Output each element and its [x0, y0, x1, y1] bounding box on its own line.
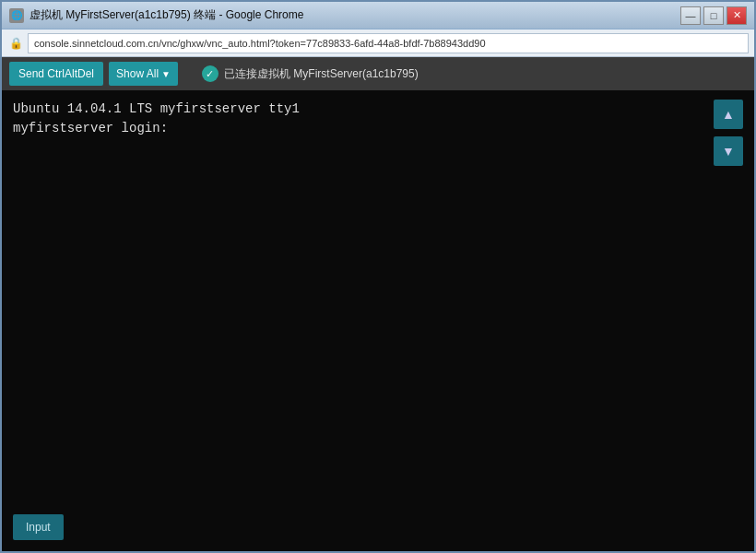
terminal-output: Ubuntu 14.04.1 LTS myfirstserver tty1 my… — [2, 90, 754, 147]
terminal-area[interactable]: Ubuntu 14.04.1 LTS myfirstserver tty1 my… — [2, 90, 754, 551]
terminal-line-1: Ubuntu 14.04.1 LTS myfirstserver tty1 — [13, 100, 743, 119]
scroll-up-button[interactable]: ▲ — [714, 100, 743, 129]
connection-status: ✓ 已连接虚拟机 MyFirstServer(a1c1b795) — [202, 65, 419, 82]
browser-window: 🌐 虚拟机 MyFirstServer(a1c1b795) 终端 - Googl… — [0, 0, 756, 553]
maximize-button[interactable]: □ — [703, 6, 724, 25]
address-bar: 🔒 — [2, 29, 754, 57]
show-all-label: Show All — [116, 67, 159, 80]
show-all-button[interactable]: Show All ▼ — [109, 62, 178, 86]
vnc-toolbar: Send CtrlAltDel Show All ▼ ✓ 已连接虚拟机 MyFi… — [2, 57, 754, 90]
lock-icon: 🔒 — [7, 35, 24, 52]
browser-icon: 🌐 — [9, 8, 24, 23]
url-input[interactable] — [28, 33, 749, 53]
show-all-arrow-icon: ▼ — [161, 69, 171, 79]
terminal-line-2: myfirstserver login: — [13, 119, 743, 138]
titlebar: 🌐 虚拟机 MyFirstServer(a1c1b795) 终端 - Googl… — [2, 2, 754, 29]
close-button[interactable]: ✕ — [726, 6, 747, 25]
input-button[interactable]: Input — [13, 514, 64, 540]
minimize-button[interactable]: — — [680, 6, 701, 25]
scroll-down-button[interactable]: ▼ — [714, 136, 743, 166]
window-title: 虚拟机 MyFirstServer(a1c1b795) 终端 - Google … — [30, 7, 680, 23]
window-controls: — □ ✕ — [680, 6, 747, 25]
send-ctrlaltdel-button[interactable]: Send CtrlAltDel — [9, 62, 103, 86]
connected-check-icon: ✓ — [202, 65, 219, 82]
status-text: 已连接虚拟机 MyFirstServer(a1c1b795) — [224, 66, 419, 82]
